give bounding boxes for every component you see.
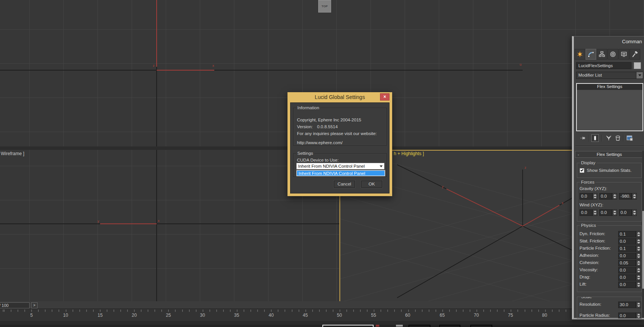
forces-group: Forces Gravity (XYZ): 0.0 0.0 -980. Wind… bbox=[577, 182, 642, 222]
top-viewport-z-axis bbox=[156, 0, 157, 67]
spinner-arrows[interactable] bbox=[592, 193, 597, 200]
close-icon[interactable]: × bbox=[380, 93, 390, 101]
chevron-down-icon[interactable] bbox=[636, 72, 643, 79]
pin-stack-icon[interactable] bbox=[579, 134, 587, 142]
modifier-stack-list[interactable]: Flex Settings bbox=[576, 83, 643, 131]
physics-row: Drag:0.0 bbox=[580, 274, 640, 281]
cancel-button[interactable]: Cancel bbox=[334, 181, 355, 188]
check-icon bbox=[581, 168, 584, 171]
time-slider-value[interactable]: 0 / 100 bbox=[0, 302, 30, 308]
spinner-arrows[interactable] bbox=[636, 253, 641, 259]
spinner-arrows[interactable] bbox=[636, 231, 641, 237]
spinner-arrows[interactable] bbox=[592, 209, 597, 216]
time-slider-track[interactable]: 0 / 100 > bbox=[0, 301, 644, 309]
top-viewport-x-axis bbox=[157, 70, 214, 71]
modifier-stack-item-selected[interactable]: Flex Settings bbox=[577, 84, 642, 90]
tab-display[interactable] bbox=[619, 49, 629, 60]
bl-viewport-origin-v bbox=[156, 150, 157, 301]
remove-modifier-icon[interactable] bbox=[614, 134, 622, 142]
gravity-x-spinner[interactable]: 0.0 bbox=[580, 193, 597, 200]
spinner-arrows[interactable] bbox=[612, 209, 617, 216]
axis-letter: x bbox=[158, 219, 160, 223]
status-icon-fragment bbox=[396, 325, 403, 327]
object-color-swatch[interactable] bbox=[634, 62, 641, 69]
spinner-arrows[interactable] bbox=[612, 193, 617, 200]
version-value: 0.0.8.5514 bbox=[317, 124, 338, 129]
dialog-title: Lucid Global Settings bbox=[287, 92, 392, 102]
ruler-number: 10 bbox=[63, 313, 68, 318]
axis-letter: u bbox=[520, 63, 521, 66]
particle-friction-spinner[interactable]: 0.1 bbox=[618, 245, 641, 252]
checkbox-label: Show Simulation Stats. bbox=[587, 168, 631, 173]
timeline-ruler[interactable]: 5 10 15 20 25 30 35 40 45 50 55 60 65 70… bbox=[0, 309, 644, 321]
physics-row: Adhesion:0.0 bbox=[580, 253, 640, 259]
panel-scrollbar[interactable] bbox=[642, 151, 644, 318]
tab-modify[interactable] bbox=[586, 49, 596, 60]
next-frame-button[interactable]: > bbox=[31, 302, 38, 308]
ruler-number: 40 bbox=[269, 313, 273, 318]
coordinate-field-fragment bbox=[439, 325, 460, 327]
viewport-label-wireframe[interactable]: Wireframe ] bbox=[1, 151, 24, 156]
panel-divider bbox=[575, 146, 644, 146]
website-link[interactable]: http://www.ephere.com/ bbox=[297, 140, 342, 145]
create-icon bbox=[577, 51, 583, 57]
ruler-number: 45 bbox=[303, 313, 308, 318]
rollout-flex-settings-header[interactable]: - Flex Settings bbox=[575, 151, 644, 158]
ruler-number: 80 bbox=[542, 313, 547, 318]
adhesion-spinner[interactable]: 0.0 bbox=[618, 253, 641, 259]
spinner-arrows[interactable] bbox=[632, 193, 637, 200]
spinner-arrows[interactable] bbox=[636, 281, 641, 288]
scrollbar-thumb[interactable] bbox=[642, 211, 644, 289]
show-end-result-icon[interactable] bbox=[591, 134, 599, 142]
gravity-y-spinner[interactable]: 0.0 bbox=[599, 193, 617, 200]
tab-motion[interactable] bbox=[608, 49, 618, 60]
spinner-arrows[interactable] bbox=[636, 313, 641, 319]
viewport-label-highlights[interactable]: h + Highlights ] bbox=[394, 151, 424, 156]
spinner-arrows[interactable] bbox=[636, 260, 641, 266]
dropdown-option-selected[interactable]: Inherit From NDIVIA Control Panel bbox=[297, 171, 385, 176]
display-group: Display Show Simulation Stats. bbox=[577, 163, 642, 178]
spinner-arrows[interactable] bbox=[636, 302, 641, 308]
show-simulation-stats-checkbox[interactable] bbox=[580, 168, 584, 173]
lift-spinner[interactable]: 0.0 bbox=[618, 281, 641, 288]
modifier-list-dropdown[interactable]: Modifier List bbox=[576, 72, 643, 79]
gravity-z-spinner[interactable]: -980. bbox=[619, 193, 637, 200]
wind-z-spinner[interactable]: 0.0 bbox=[619, 209, 637, 216]
cuda-device-combobox[interactable]: Inherit From NDIVIA Control Panel bbox=[296, 163, 385, 170]
ruler-number: 70 bbox=[474, 313, 479, 318]
dialog-content: Information Copyright, Ephere Inc 2004-2… bbox=[290, 102, 390, 193]
inquiries-text: For any inquiries please visit our websi… bbox=[297, 131, 377, 136]
scale-group: Scale Resolution:30.0 Particle Radius:0.… bbox=[577, 297, 642, 319]
ok-button[interactable]: OK bbox=[361, 181, 382, 188]
track-bar[interactable] bbox=[0, 321, 644, 325]
physics-row: Lift:0.0 bbox=[580, 281, 640, 288]
stat-friction-spinner[interactable]: 0.0 bbox=[618, 238, 641, 245]
combobox-value: Inherit From NDIVIA Control Panel bbox=[298, 164, 365, 168]
bl-viewport-origin-h bbox=[0, 223, 339, 224]
wind-y-spinner[interactable]: 0.0 bbox=[599, 209, 617, 216]
spinner-arrows[interactable] bbox=[636, 274, 641, 281]
spinner-arrows[interactable] bbox=[636, 238, 641, 245]
tab-hierarchy[interactable] bbox=[597, 49, 607, 60]
resolution-spinner[interactable]: 30.0 bbox=[618, 302, 641, 308]
viscosity-spinner[interactable]: 0.0 bbox=[618, 267, 641, 274]
configure-modifier-sets-icon[interactable] bbox=[626, 134, 633, 142]
drag-spinner[interactable]: 0.0 bbox=[618, 274, 641, 281]
tab-create[interactable] bbox=[575, 49, 585, 60]
status-field-fragment bbox=[322, 325, 374, 327]
viewcube-top-face[interactable]: TOP bbox=[318, 0, 331, 13]
ruler-number: 55 bbox=[371, 313, 376, 318]
version-label: Version: bbox=[297, 124, 313, 129]
physics-row: Particle Friction:0.1 bbox=[580, 245, 640, 252]
tab-utilities[interactable] bbox=[630, 49, 640, 60]
dyn-friction-spinner[interactable]: 0.1 bbox=[618, 231, 641, 237]
make-unique-icon[interactable] bbox=[605, 134, 613, 142]
wind-x-spinner[interactable]: 0.0 bbox=[580, 209, 597, 216]
object-name-field[interactable]: LucidFlexSettings bbox=[576, 62, 631, 69]
spinner-arrows[interactable] bbox=[632, 209, 637, 216]
ruler-number: 15 bbox=[97, 313, 102, 318]
spinner-arrows[interactable] bbox=[636, 245, 641, 252]
cohesion-spinner[interactable]: 0.05 bbox=[618, 260, 641, 266]
particle-radius-spinner[interactable]: 0.0 bbox=[618, 313, 641, 319]
spinner-arrows[interactable] bbox=[636, 267, 641, 274]
